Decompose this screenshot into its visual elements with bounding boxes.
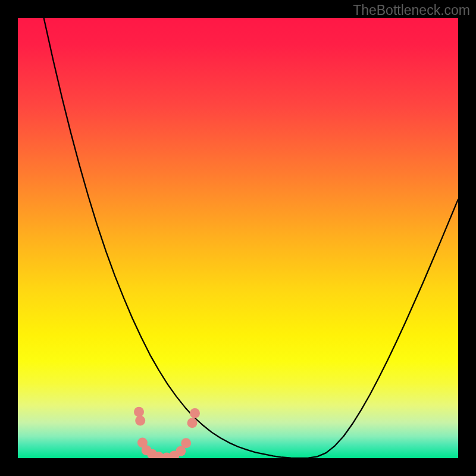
plot-area (18, 18, 458, 458)
curve-marker (187, 418, 198, 428)
watermark-text: TheBottleneck.com (353, 2, 470, 18)
curve-markers (134, 407, 200, 458)
curve-marker (181, 438, 191, 448)
bottleneck-curve (18, 18, 458, 458)
curve-marker (190, 408, 200, 418)
curve-marker (134, 407, 144, 417)
curve-marker (135, 416, 145, 426)
chart-frame: TheBottleneck.com (0, 0, 476, 476)
chart-svg (18, 18, 458, 458)
